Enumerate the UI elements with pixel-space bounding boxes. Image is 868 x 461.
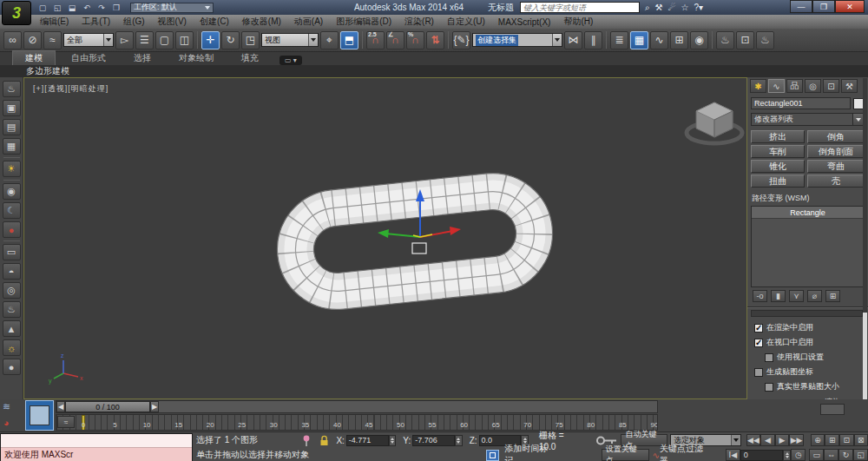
time-slider[interactable]: ◀ 0 / 100 ▶ — [56, 400, 658, 413]
rectangular-selection-region-icon[interactable]: ▢ — [155, 31, 174, 49]
moon-night-icon[interactable]: ☾ — [3, 202, 21, 219]
checkbox[interactable] — [765, 353, 773, 362]
use-viewport-settings-row[interactable]: 使用视口设置 — [747, 350, 868, 365]
menu-item-maxscript[interactable]: MAXScript(X) — [498, 17, 551, 27]
camera-record-icon[interactable]: ● — [3, 221, 21, 238]
lathe-button[interactable]: 车削 — [751, 145, 805, 158]
remove-modifier-icon[interactable]: ⌀ — [807, 290, 822, 302]
show-end-result-icon[interactable]: ▮ — [771, 290, 786, 302]
sun-light-icon[interactable]: ☼ — [3, 339, 21, 356]
angle-snap-icon[interactable]: ∠∩ — [386, 31, 404, 49]
render-setup-icon[interactable]: ♨ — [716, 31, 734, 49]
layer-list-icon[interactable]: ▤ — [3, 119, 21, 135]
wire-teapot-icon[interactable]: ♨ — [3, 301, 21, 318]
selection-filter-dropdown[interactable]: 全部 — [63, 33, 114, 47]
graphite-ribbon-toggle-icon[interactable]: ▦ — [630, 31, 648, 49]
motion-tab-icon[interactable]: ◎ — [805, 79, 821, 93]
bend-button[interactable]: 弯曲 — [807, 160, 865, 173]
search-icon[interactable]: ⌕ — [645, 3, 650, 13]
play-animation-button[interactable]: ▶ — [775, 434, 790, 446]
mirror-icon[interactable]: ⋈ — [564, 31, 582, 49]
rendering-rollout-header[interactable] — [751, 310, 863, 317]
window-crossing-icon[interactable]: ◫ — [175, 31, 194, 49]
perspective-viewport[interactable]: [+][透视][明暗处理] — [23, 77, 747, 399]
command-panel-scrollbar[interactable] — [863, 78, 867, 431]
communication-center-icon[interactable]: ☄ — [667, 3, 675, 12]
render-production-icon[interactable]: ♨ — [756, 31, 774, 49]
menu-item-tools[interactable]: 工具(T) — [82, 16, 110, 28]
stack-item-rectangle[interactable]: Rectangle — [752, 207, 864, 219]
select-and-link-icon[interactable]: ∞ — [3, 31, 22, 49]
grid-settings-icon[interactable]: ▦ — [3, 138, 21, 155]
display-tab-icon[interactable]: ⊡ — [823, 79, 839, 93]
previous-key-button[interactable]: ◀ — [760, 434, 775, 446]
material-editor-icon[interactable]: ◉ — [690, 31, 708, 49]
configure-modifier-sets-icon[interactable]: ⊞ — [825, 290, 840, 302]
restore-button[interactable]: ❐ — [812, 0, 835, 13]
zoom-all-icon[interactable]: ⊞ — [825, 434, 839, 446]
create-tab-icon[interactable]: ✱ — [750, 79, 766, 93]
trackbar-tracks-icon[interactable]: ≋ — [3, 401, 22, 416]
menu-item-group[interactable]: 组(G) — [123, 16, 144, 28]
key-mode-toggle-icon[interactable]: Ⅰ◀ — [726, 449, 740, 461]
select-and-move-icon[interactable]: ✛ — [201, 31, 220, 49]
frame-spinner[interactable] — [783, 450, 791, 461]
generate-mapping-coords-row[interactable]: 生成贴图坐标 — [747, 365, 868, 379]
ribbon-tab-populate[interactable]: 填充 — [229, 51, 271, 65]
pin-stack-icon[interactable]: -o — [753, 290, 767, 302]
enable-in-renderer-row[interactable]: 在渲染中启用 — [747, 320, 868, 335]
new-file-icon[interactable]: ▢ — [36, 3, 49, 13]
selection-mode-button-active[interactable] — [25, 400, 54, 431]
ribbon-tab-freeform[interactable]: 自由形式 — [59, 51, 118, 65]
ribbon-tab-modeling[interactable]: 建模 — [12, 50, 56, 65]
minimize-button[interactable]: — — [790, 0, 812, 13]
y-coordinate-field[interactable]: -7.706 — [412, 435, 455, 446]
menu-item-edit[interactable]: 编辑(E) — [40, 16, 69, 28]
time-tag-icon[interactable] — [486, 450, 499, 461]
redo-icon[interactable]: ↷ — [95, 3, 108, 13]
spinner-snap-icon[interactable]: ⇅ — [426, 31, 444, 49]
ribbon-tab-selection[interactable]: 选择 — [122, 51, 163, 65]
teapot-render-icon[interactable]: ♨ — [3, 81, 21, 97]
trackbar-spinner[interactable] — [820, 404, 845, 415]
app-logo-icon[interactable]: 3 — [2, 1, 31, 25]
x-spinner[interactable] — [389, 435, 397, 446]
layer-manager-icon[interactable]: ≣ — [610, 31, 628, 49]
time-configuration-icon[interactable]: ◷ — [791, 449, 806, 461]
ribbon-minimize-button[interactable]: ▭ ▾ — [279, 56, 302, 65]
twist-button[interactable]: 扭曲 — [751, 175, 805, 188]
plane-primitive-icon[interactable]: ▭ — [3, 244, 21, 260]
bind-to-space-warp-icon[interactable]: ≈ — [43, 31, 62, 49]
shell-button[interactable]: 壳 — [807, 175, 865, 188]
menu-item-graph-editors[interactable]: 图形编辑器(D) — [336, 16, 391, 28]
fetch-icon[interactable]: ❐ — [110, 3, 122, 13]
snap-toggle-3d-icon[interactable]: 2.5∩ — [366, 31, 385, 49]
rendered-frame-window-icon[interactable]: ⊡ — [736, 31, 754, 49]
orbit-icon[interactable]: ↻ — [838, 449, 853, 461]
bevel-profile-button[interactable]: 倒角剖面 — [807, 145, 865, 158]
named-selection-sets-dropdown[interactable]: 创建选择集 — [472, 33, 562, 47]
polygon-modeling-panel-label[interactable]: 多边形建模 — [26, 65, 69, 77]
maximize-viewport-toggle-icon[interactable]: ◱ — [853, 449, 868, 461]
search-input[interactable] — [520, 2, 640, 13]
utilities-tab-icon[interactable]: ⚒ — [841, 79, 858, 93]
checkbox[interactable] — [754, 324, 763, 333]
time-slider-thumb[interactable]: 0 / 100 — [65, 401, 150, 412]
x-coordinate-field[interactable]: -4.771 — [346, 435, 389, 446]
image-viewer-icon[interactable]: ▣ — [3, 100, 21, 116]
curve-mode-icon[interactable]: ◕ — [3, 418, 16, 429]
go-to-start-button[interactable]: ◀◀ — [746, 434, 761, 446]
key-tangent-icon[interactable]: ∿ — [653, 451, 660, 460]
enable-in-viewport-row[interactable]: 在视口中启用 — [747, 335, 868, 350]
hierarchy-tab-icon[interactable]: 品 — [786, 79, 803, 93]
edit-named-selection-sets-icon[interactable]: {✎} — [452, 31, 470, 49]
align-icon[interactable]: ∥ — [584, 31, 602, 49]
make-unique-icon[interactable]: ⋎ — [789, 290, 804, 302]
zoom-icon[interactable]: ⊕ — [811, 434, 825, 446]
curve-editor-icon[interactable]: ∿ — [650, 31, 668, 49]
track-bar-ruler[interactable]: 051015202530354045505560657075808590 — [56, 414, 658, 431]
favorites-icon[interactable]: ☆ — [681, 3, 688, 12]
current-frame-field[interactable]: 0 — [740, 450, 784, 461]
pan-hand-icon[interactable]: ⇔ — [824, 449, 838, 461]
modifier-list-dropdown[interactable]: 修改器列表 — [751, 113, 865, 126]
